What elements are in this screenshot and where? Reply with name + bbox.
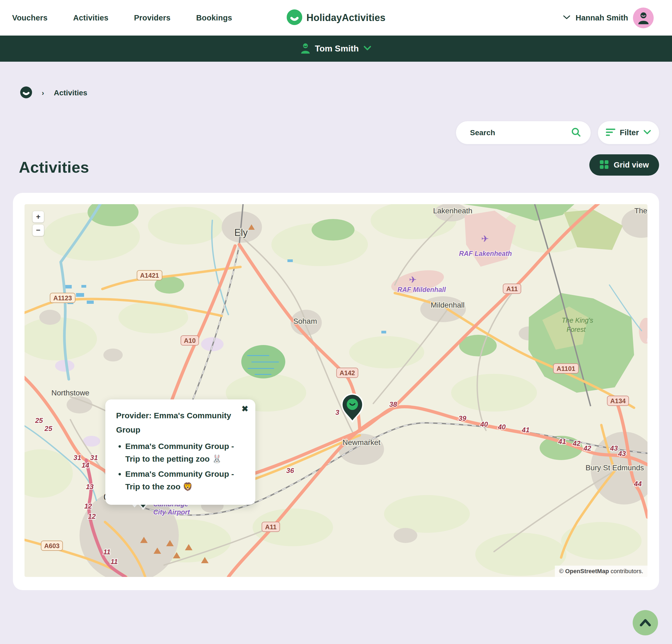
map-road-badge-label: A11 xyxy=(265,523,277,530)
map-road-badge-label: A603 xyxy=(44,542,60,549)
map-junction-number: 36 xyxy=(286,467,294,474)
chevron-up-icon xyxy=(639,618,652,628)
plane-icon: ✈ xyxy=(481,234,489,244)
map-junction-number: 25 xyxy=(35,417,43,424)
map-road-badge-label: A11 xyxy=(506,285,518,293)
chevron-down-icon xyxy=(643,130,651,136)
map-town-label: Bury St Edmunds xyxy=(586,464,644,472)
map-junction-number: 44 xyxy=(634,480,642,488)
main-nav: Vouchers Activities Providers Bookings xyxy=(12,13,232,22)
map-town-label: Soham xyxy=(293,317,317,325)
filter-label: Filter xyxy=(620,128,639,137)
scroll-to-top-button[interactable] xyxy=(633,610,658,635)
selected-user-bar[interactable]: Tom Smith xyxy=(0,36,672,62)
breadcrumb: › Activities xyxy=(13,87,659,99)
map-forest-label: Forest xyxy=(567,326,586,333)
filter-lines-icon xyxy=(606,128,615,138)
map-town-label: Mildenhall xyxy=(431,301,465,309)
map-road-badge-label: A10 xyxy=(184,337,196,344)
map-airport-label: RAF Lakenheath xyxy=(459,250,512,257)
grid-icon xyxy=(600,160,609,170)
page-title: Activities xyxy=(19,158,89,176)
map-junction-number: 40 xyxy=(480,420,488,428)
chevron-down-icon xyxy=(563,14,571,21)
map-road-badge-label: A134 xyxy=(610,397,626,405)
grid-view-button[interactable]: Grid view xyxy=(589,154,659,176)
map-airport-label: City Airport xyxy=(153,508,190,516)
osm-link[interactable]: OpenStreetMap xyxy=(565,568,609,574)
popup-activity-item[interactable]: Emma's Community Group - Trip to the zoo… xyxy=(125,468,244,493)
search-box xyxy=(456,121,591,144)
map-road-badge-label: A1421 xyxy=(140,272,159,279)
map-town-label: Lakenheath xyxy=(433,206,472,215)
home-smiley-icon[interactable] xyxy=(20,86,32,99)
nav-item-activities[interactable]: Activities xyxy=(73,13,109,22)
map-junction-number: 11 xyxy=(110,558,118,565)
map-card: A1421A1123A10A142A11A1101A134A11A6032525… xyxy=(13,193,659,590)
map-junction-number: 42 xyxy=(573,440,581,447)
account-menu[interactable]: Hannah Smith xyxy=(563,8,654,28)
plane-icon: ✈ xyxy=(409,274,416,285)
map-junction-number: 40 xyxy=(498,423,506,431)
map-junction-number: 25 xyxy=(44,425,52,432)
map-junction-number: 43 xyxy=(610,444,618,452)
grid-view-label: Grid view xyxy=(614,160,649,169)
map-airport-label: RAF Mildenhall xyxy=(397,286,446,293)
filter-button[interactable]: Filter xyxy=(598,121,659,144)
map-zoom-control: + − xyxy=(33,211,44,236)
heading-row: Activities Grid view xyxy=(13,154,659,176)
map-attribution: © OpenStreetMap contributors. xyxy=(555,565,648,577)
map-junction-number: 42 xyxy=(583,444,591,452)
map-town-label: Ely xyxy=(234,227,248,238)
map-junction-number: 3 xyxy=(335,409,339,416)
map-junction-number: 12 xyxy=(88,513,96,520)
map-junction-number: 14 xyxy=(82,461,89,469)
search-input[interactable] xyxy=(470,129,571,137)
avatar[interactable] xyxy=(633,8,654,28)
popup-close-icon[interactable]: ✖ xyxy=(242,405,248,413)
account-name: Hannah Smith xyxy=(576,13,628,22)
map-junction-number: 12 xyxy=(84,502,92,510)
map-road-badge-label: A1123 xyxy=(53,294,72,302)
smiley-logo-icon xyxy=(287,9,302,26)
map-junction-number: 31 xyxy=(90,454,98,461)
chevron-down-icon xyxy=(363,46,372,52)
popup-activity-item[interactable]: Emma's Community Group - Trip to the pet… xyxy=(125,440,244,465)
map-popup: ✖ Provider: Emma's Community Group Emma'… xyxy=(105,399,255,505)
map-airport-label: R xyxy=(647,335,648,343)
selected-user-name: Tom Smith xyxy=(315,44,359,53)
brand-name: HolidayActivities xyxy=(307,12,386,23)
map-road-badge-label: A1101 xyxy=(557,365,575,372)
brand-logo[interactable]: HolidayActivities xyxy=(287,9,386,26)
map-junction-number: 43 xyxy=(618,450,626,457)
map-junction-number: 13 xyxy=(86,483,94,490)
map-town-label: Newmarket xyxy=(343,438,381,446)
map-junction-number: 38 xyxy=(389,401,397,408)
nav-item-vouchers[interactable]: Vouchers xyxy=(12,13,48,22)
map-junction-number: 11 xyxy=(103,548,110,556)
breadcrumb-current[interactable]: Activities xyxy=(54,88,87,97)
map-junction-number: 39 xyxy=(458,415,466,422)
map-forest-label: The King's xyxy=(562,317,593,324)
map-canvas[interactable]: A1421A1123A10A142A11A1101A134A11A6032525… xyxy=(24,204,648,577)
map[interactable]: A1421A1123A10A142A11A1101A134A11A6032525… xyxy=(24,204,648,577)
popup-activity-list: Emma's Community Group - Trip to the pet… xyxy=(116,440,244,493)
map-junction-number: 31 xyxy=(73,454,81,461)
person-icon xyxy=(300,43,311,55)
map-junction-number: 41 xyxy=(521,426,529,434)
map-town-label: Thetf xyxy=(634,206,648,215)
zoom-out-button[interactable]: − xyxy=(33,225,44,236)
zoom-in-button[interactable]: + xyxy=(33,211,44,223)
nav-item-providers[interactable]: Providers xyxy=(134,13,171,22)
search-icon[interactable] xyxy=(571,127,581,139)
breadcrumb-chevron-icon: › xyxy=(42,89,44,97)
map-road-badge-label: A142 xyxy=(340,369,355,377)
popup-provider-title: Provider: Emma's Community Group xyxy=(116,409,244,437)
map-junction-number: 41 xyxy=(558,438,566,445)
map-town-label: Northstowe xyxy=(51,389,89,397)
nav-item-bookings[interactable]: Bookings xyxy=(196,13,232,22)
toolbar: Filter xyxy=(13,121,659,144)
top-navigation: Vouchers Activities Providers Bookings H… xyxy=(0,0,672,36)
